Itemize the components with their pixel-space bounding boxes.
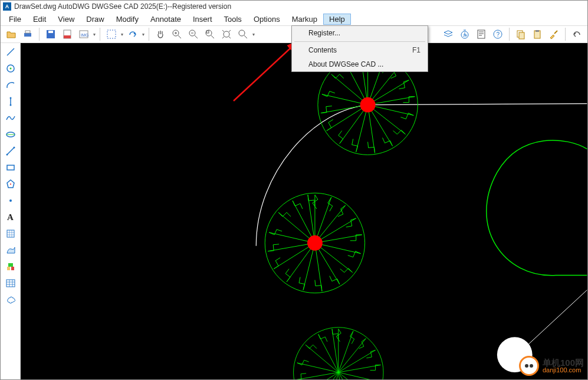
menu-view[interactable]: View <box>52 14 80 25</box>
layers-button[interactable] <box>441 27 455 41</box>
properties-button[interactable] <box>474 27 488 41</box>
toolbar-sep <box>509 28 510 41</box>
menu-annotate[interactable]: Annotate <box>144 14 187 25</box>
toolbar-dropdown-1[interactable]: ▾ <box>92 32 97 37</box>
export-image-button[interactable]: IMG <box>77 27 91 41</box>
table-tool[interactable] <box>4 277 17 290</box>
svg-point-46 <box>360 97 376 113</box>
timer-button[interactable]: 20 <box>458 27 472 41</box>
revision-cloud-tool[interactable] <box>4 293 17 306</box>
save-button[interactable] <box>44 27 58 41</box>
svg-rect-1 <box>25 31 30 33</box>
toolbar-dropdown-2[interactable]: ▾ <box>120 32 124 37</box>
zoom-out-button[interactable] <box>186 27 201 41</box>
watermark-text-url: danji100.com <box>543 367 584 374</box>
svg-point-27 <box>9 68 11 70</box>
zoom-in-button[interactable] <box>170 27 184 41</box>
zoom-window-button[interactable] <box>203 27 217 41</box>
svg-point-39 <box>9 199 12 202</box>
help-button[interactable]: ? <box>491 27 505 41</box>
svg-text:IMG: IMG <box>81 33 88 37</box>
rectangle-tool[interactable] <box>4 161 17 174</box>
redo-button[interactable] <box>126 27 140 41</box>
brush-button[interactable] <box>547 27 561 41</box>
arc-tool[interactable] <box>4 78 17 91</box>
svg-point-35 <box>13 147 15 149</box>
svg-point-13 <box>224 31 229 37</box>
svg-rect-23 <box>536 30 539 32</box>
menu-tools[interactable]: Tools <box>218 14 248 25</box>
line-tool[interactable] <box>4 45 17 58</box>
window-title: DrawSet.dwg AutoDWG DWGSee CAD 2025(E:)-… <box>14 2 231 11</box>
svg-rect-0 <box>24 33 31 37</box>
toolbar-dropdown-3[interactable]: ▾ <box>141 32 146 37</box>
menu-bar: File Edit View Draw Modify Annotate Inse… <box>1 12 587 25</box>
paste-button[interactable] <box>530 27 544 41</box>
open-button[interactable] <box>4 27 18 41</box>
svg-text:20: 20 <box>463 34 467 37</box>
help-dropdown-menu: Register... Contents F1 About DWGSee CAD… <box>291 25 428 72</box>
select-window-button[interactable] <box>104 27 119 41</box>
svg-line-24 <box>234 41 298 101</box>
menu-file[interactable]: File <box>3 14 27 25</box>
help-contents-item[interactable]: Contents F1 <box>292 43 428 57</box>
svg-point-34 <box>6 154 8 156</box>
menu-edit[interactable]: Edit <box>27 14 52 25</box>
polygon-tool[interactable] <box>4 178 17 191</box>
help-about-item[interactable]: About DWGSee CAD ... <box>292 57 428 71</box>
watermark-text-cn: 单机100网 <box>543 358 584 367</box>
menu-separator <box>294 41 425 42</box>
menu-options[interactable]: Options <box>248 14 286 25</box>
toolbar-sep <box>565 28 566 41</box>
menu-insert[interactable]: Insert <box>187 14 218 25</box>
watermark-icon <box>519 356 539 376</box>
undo-button[interactable] <box>570 27 584 41</box>
print-button[interactable] <box>21 27 35 41</box>
svg-rect-21 <box>519 32 524 39</box>
svg-rect-5 <box>64 35 71 38</box>
ellipse-tool[interactable] <box>4 128 17 141</box>
toolbar-sep <box>100 28 100 41</box>
polyline-tool[interactable] <box>4 145 17 158</box>
draw-toolbar: A <box>1 43 21 379</box>
svg-rect-41 <box>8 263 13 267</box>
hatch-tool[interactable] <box>4 227 17 240</box>
menu-item-label: About DWGSee CAD ... <box>308 60 383 68</box>
pan-button[interactable] <box>153 27 167 41</box>
svg-rect-36 <box>7 165 14 170</box>
spline-tool[interactable] <box>4 112 17 125</box>
help-register-item[interactable]: Register... <box>292 26 428 40</box>
svg-point-47 <box>307 235 323 251</box>
svg-rect-17 <box>478 30 485 38</box>
svg-text:?: ? <box>497 31 500 38</box>
block-tool[interactable] <box>4 260 17 273</box>
menu-help[interactable]: Help <box>323 14 351 25</box>
point-tool[interactable] <box>4 194 17 207</box>
menu-item-label: Contents <box>308 46 337 54</box>
region-tool[interactable] <box>4 244 17 257</box>
menu-shortcut: F1 <box>412 46 421 54</box>
export-pdf-button[interactable] <box>60 27 74 41</box>
svg-rect-42 <box>7 267 10 270</box>
svg-rect-3 <box>48 31 53 33</box>
svg-point-38 <box>10 184 11 185</box>
menu-draw[interactable]: Draw <box>80 14 110 25</box>
svg-rect-43 <box>11 267 14 270</box>
svg-point-30 <box>9 104 11 106</box>
text-tool[interactable]: A <box>4 211 17 224</box>
watermark: 单机100网 danji100.com <box>519 356 584 376</box>
svg-point-29 <box>9 97 11 99</box>
circle-tool[interactable] <box>4 62 17 75</box>
menu-markup[interactable]: Markup <box>286 14 323 25</box>
toolbar-sep <box>149 28 149 41</box>
svg-rect-40 <box>7 230 14 237</box>
svg-rect-44 <box>6 280 15 287</box>
svg-line-33 <box>7 148 14 155</box>
title-bar: A DrawSet.dwg AutoDWG DWGSee CAD 2025(E:… <box>1 1 587 12</box>
app-icon: A <box>3 2 11 11</box>
svg-rect-8 <box>107 30 116 38</box>
menu-modify[interactable]: Modify <box>110 14 144 25</box>
polyline-vert-tool[interactable] <box>4 95 17 108</box>
toolbar-sep <box>39 28 40 41</box>
copy-button[interactable] <box>514 27 528 41</box>
